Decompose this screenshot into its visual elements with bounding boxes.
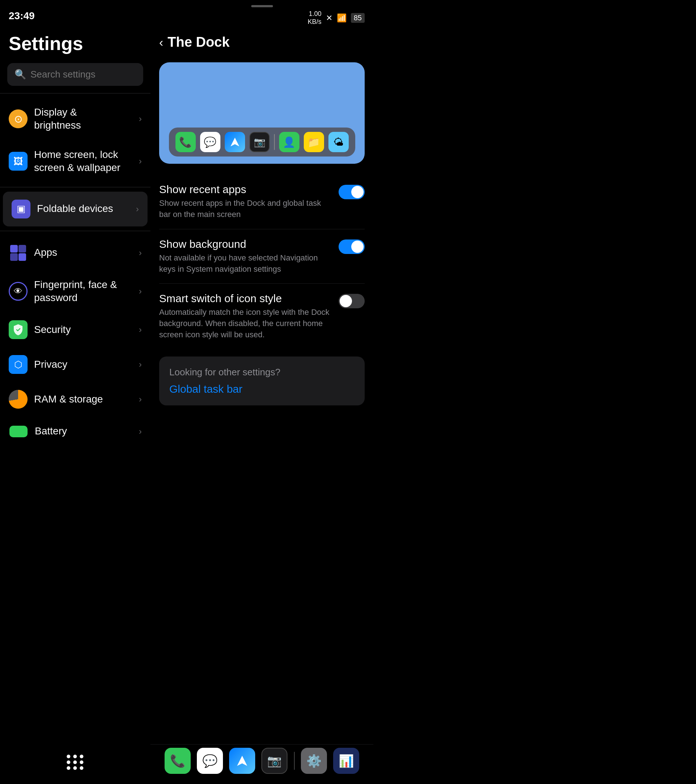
chevron-right-icon: › bbox=[139, 359, 142, 369]
setting-desc-smart-switch: Automatically match the icon style with … bbox=[159, 307, 332, 340]
chevron-right-icon: › bbox=[139, 156, 142, 166]
sidebar-item-label: Security bbox=[34, 323, 139, 336]
global-task-bar-link[interactable]: Global task bar bbox=[169, 383, 355, 395]
display-icon: ⊙ bbox=[9, 109, 28, 128]
right-panel: 1.00KB/s ✕ 📶 85 ‹ The Dock 📞 💬 📷 bbox=[150, 0, 373, 784]
battery-icon bbox=[10, 426, 28, 437]
dock-phone-icon: 📞 bbox=[175, 132, 196, 152]
setting-desc-show-recent: Show recent apps in the Dock and global … bbox=[159, 198, 332, 220]
bottom-nav bbox=[0, 748, 150, 784]
dock-preview: 📞 💬 📷 👤 📁 bbox=[159, 62, 364, 164]
setting-show-recent: Show recent apps Show recent apps in the… bbox=[159, 175, 364, 229]
drag-handle-area bbox=[150, 0, 373, 9]
sidebar-item-label: RAM & storage bbox=[34, 393, 139, 406]
setting-text-smart-switch: Smart switch of icon style Automatically… bbox=[159, 292, 332, 340]
chevron-right-icon: › bbox=[139, 286, 142, 296]
toggle-show-recent[interactable] bbox=[338, 185, 364, 199]
privacy-icon: ⬡ bbox=[9, 355, 28, 374]
dock-nav-icon bbox=[225, 132, 245, 152]
setting-desc-show-background: Not available if you have selected Navig… bbox=[159, 252, 332, 275]
divider-1 bbox=[0, 93, 150, 94]
divider-2 bbox=[0, 187, 150, 187]
search-input[interactable] bbox=[30, 69, 136, 80]
sidebar-item-label: Foldable devices bbox=[37, 202, 136, 215]
home-icon: 🖼 bbox=[9, 152, 28, 171]
bottom-finance-icon[interactable]: 📊 bbox=[333, 748, 359, 774]
chevron-right-icon: › bbox=[139, 324, 142, 335]
foldable-icon: ▣ bbox=[12, 199, 30, 219]
dock-bar: 📞 💬 📷 👤 📁 bbox=[169, 127, 355, 156]
left-panel: 23:49 Settings 🔍 ⊙ Display &brightness ›… bbox=[0, 0, 150, 784]
bottom-divider bbox=[294, 752, 295, 770]
sidebar-item-label: Home screen, lock screen & wallpaper bbox=[34, 148, 139, 175]
dock-messages-icon: 💬 bbox=[200, 132, 220, 152]
bottom-dock-bar: 📞 💬 📷 ⚙️ 📊 bbox=[150, 744, 373, 784]
sidebar-item-apps[interactable]: Apps › bbox=[0, 236, 150, 270]
dock-files-icon: 📁 bbox=[304, 132, 324, 152]
setting-smart-switch: Smart switch of icon style Automatically… bbox=[159, 284, 364, 349]
other-settings-label: Looking for other settings? bbox=[169, 367, 355, 378]
chevron-right-icon: › bbox=[136, 204, 139, 214]
wifi-icon: 📶 bbox=[337, 13, 346, 23]
bottom-nav-icon[interactable] bbox=[229, 748, 255, 774]
search-icon: 🔍 bbox=[15, 69, 26, 80]
sidebar-item-foldable[interactable]: ▣ Foldable devices › bbox=[3, 192, 148, 226]
chevron-right-icon: › bbox=[139, 248, 142, 258]
drag-handle bbox=[251, 5, 273, 7]
sidebar-item-battery[interactable]: Battery › bbox=[0, 417, 150, 446]
signal-icon: ✕ bbox=[326, 13, 332, 23]
setting-text-show-recent: Show recent apps Show recent apps in the… bbox=[159, 183, 332, 220]
fingerprint-icon: 👁 bbox=[9, 282, 28, 301]
status-bar-right: 1.00KB/s ✕ 📶 85 bbox=[150, 9, 373, 29]
toggle-show-background[interactable] bbox=[338, 239, 364, 254]
page-title: Settings bbox=[0, 25, 150, 63]
security-shield-icon bbox=[9, 320, 28, 339]
setting-title-show-background: Show background bbox=[159, 238, 332, 250]
sidebar-item-label: Fingerprint, face &password bbox=[34, 278, 139, 305]
bottom-settings-icon[interactable]: ⚙️ bbox=[301, 748, 327, 774]
sidebar-item-label: Battery bbox=[35, 425, 139, 438]
sidebar-item-ram[interactable]: RAM & storage › bbox=[0, 382, 150, 417]
sidebar-item-label: Apps bbox=[34, 246, 139, 259]
bottom-phone-icon[interactable]: 📞 bbox=[165, 748, 191, 774]
right-header: ‹ The Dock bbox=[150, 29, 373, 59]
setting-title-smart-switch: Smart switch of icon style bbox=[159, 292, 332, 305]
other-settings-box: Looking for other settings? Global task … bbox=[159, 356, 364, 405]
bottom-camera-icon[interactable]: 📷 bbox=[261, 748, 287, 774]
sidebar-item-label: Privacy bbox=[34, 358, 139, 371]
speed-indicator: 1.00KB/s bbox=[308, 10, 322, 26]
right-page-title: The Dock bbox=[167, 35, 229, 50]
search-bar[interactable]: 🔍 bbox=[7, 63, 143, 86]
chevron-right-icon: › bbox=[139, 114, 142, 124]
dock-weather-icon: 🌤 bbox=[328, 132, 349, 152]
setting-title-show-recent: Show recent apps bbox=[159, 183, 332, 196]
chevron-right-icon: › bbox=[139, 394, 142, 404]
toggle-smart-switch[interactable] bbox=[338, 294, 364, 308]
ram-icon bbox=[9, 390, 28, 408]
battery-percent: 85 bbox=[351, 13, 364, 23]
setting-show-background: Show background Not available if you hav… bbox=[159, 229, 364, 284]
apps-icon bbox=[9, 244, 28, 262]
sidebar-item-display[interactable]: ⊙ Display &brightness › bbox=[0, 98, 150, 140]
sidebar-item-security[interactable]: Security › bbox=[0, 312, 150, 347]
sidebar-item-label: Display &brightness bbox=[34, 106, 139, 132]
sidebar-item-privacy[interactable]: ⬡ Privacy › bbox=[0, 347, 150, 382]
settings-section: Show recent apps Show recent apps in the… bbox=[150, 175, 373, 349]
sidebar-item-home[interactable]: 🖼 Home screen, lock screen & wallpaper › bbox=[0, 140, 150, 183]
back-button[interactable]: ‹ bbox=[159, 35, 163, 49]
status-time: 23:49 bbox=[0, 0, 150, 25]
dock-contacts-icon: 👤 bbox=[279, 132, 299, 152]
chevron-right-icon: › bbox=[139, 427, 142, 436]
divider-3 bbox=[0, 231, 150, 231]
bottom-messages-icon[interactable]: 💬 bbox=[197, 748, 223, 774]
nav-dots[interactable] bbox=[67, 754, 84, 770]
setting-text-show-background: Show background Not available if you hav… bbox=[159, 238, 332, 275]
dock-divider bbox=[274, 134, 275, 150]
sidebar-item-fingerprint[interactable]: 👁 Fingerprint, face &password › bbox=[0, 270, 150, 313]
dock-camera-icon: 📷 bbox=[249, 132, 270, 152]
